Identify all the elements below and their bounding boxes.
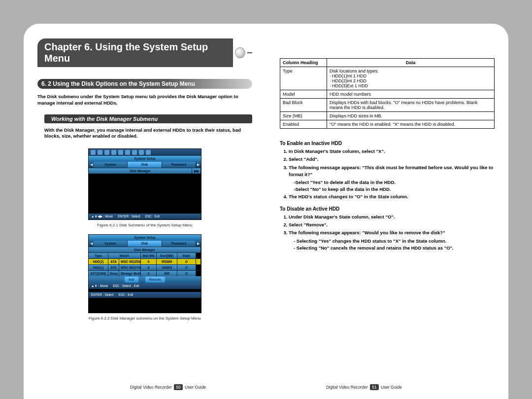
footer-right: Digital Video Recorder 51 User Guide [326,384,402,390]
list-item: The HDD's status changes to "O" in the S… [289,193,495,200]
tab-disk: Disk [128,162,162,168]
figure-6-2-1: System Setup ◀ System Disk Password ▶ Di… [37,148,252,227]
list-item: In Disk Manager's State column, select "… [289,148,495,155]
table-row: Size (MB) Displays HDD sizes in MB. [280,112,495,120]
list-item: Under Disk Manager's State column, selec… [289,214,495,220]
table-row: Enabled "O" means the HDD is enabled. "X… [280,120,495,129]
list-item: The following message appears: "Would yo… [289,229,495,236]
subsection-paragraph: With the Disk Manager, you manage intern… [44,127,252,140]
column-data-table: Column Heading Data Type Disk locations … [280,58,495,129]
footer-left: Digital Video Recorder 50 User Guide [130,384,206,390]
expand-icon: ▶▶ [192,168,201,174]
dvr-toolbar [89,149,201,156]
disk-manager-row: Disk Manager ▶▶ [89,168,201,174]
table-row: EXT(3200) Sony Storage Media 0 495 O [89,270,201,276]
table-row: Bad Block Displays HDDs with bad blocks.… [280,99,495,112]
page-number: 50 [174,384,182,390]
dvr-title: System Setup [89,235,201,241]
figure-6-2-2: System Setup ◀ System Disk Password ▶ Di… [37,234,252,321]
toolbar-icon [98,150,102,155]
toolbar-icon [111,150,116,155]
tab-system: System [94,241,128,247]
list-item: The following message appears: "This dis… [289,164,495,179]
chapter-header: Chapter 6. Using the System Setup Menu [37,38,252,67]
button-row: Add Remove [89,276,201,283]
page-spread: Chapter 6. Using the System Setup Menu 6… [24,24,508,399]
prev-icon: ◀ [89,162,94,168]
dvr-hints: ENTER : Select ESC : Exit [89,292,201,298]
left-page: Chapter 6. Using the System Setup Menu 6… [24,24,266,399]
add-button: Add [125,277,138,283]
next-icon: ▶ [196,241,201,247]
enable-heading: To Enable an Inactive HDD [280,141,495,146]
section-heading: 6. 2 Using the Disk Options on the Syste… [37,79,252,89]
table-header-row: Type Model Bad Blk Size(MB) State [89,253,201,258]
prev-icon: ◀ [89,241,94,247]
dvr-tabs: ◀ System Disk Password ▶ [89,162,201,168]
subtitle-row: Disk Manager [89,247,201,253]
table-row: HDD(1) ATA WDC WD2700J 0 190893 O [89,264,201,270]
sub-item: - Selecting "No" cancels the removal and… [294,245,495,252]
figure-caption-1: Figure 6.2.1 Disk Submenu of the System … [37,223,252,227]
enable-steps: In Disk Manager's State column, select "… [280,148,495,201]
list-item: Select "Add". [289,156,495,163]
right-page: Column Heading Data Type Disk locations … [266,24,508,399]
toolbar-icon [91,150,96,155]
toolbar-icon [139,150,144,155]
table-row: HDD(2) ATA WDC WD2500J 0 953869 O [89,258,201,264]
dvr-hints: ▲▼◀▶ : Move ENTER : Select ESC : Exit [89,214,201,219]
sub-item: -Select "No" to keep all the data in the… [294,186,495,193]
toolbar-icon [104,150,109,155]
dvr-hints: ▲▼ : Move ESC : Select , Exit [89,283,201,289]
toolbar-icon [125,150,130,155]
toolbar-icon [118,150,123,155]
disable-steps: Under Disk Manager's State column, selec… [280,214,495,252]
tab-system: System [94,162,128,168]
subsection-heading: Working with the Disk Manager Submenu [44,114,252,123]
dvr-screenshot-2: System Setup ◀ System Disk Password ▶ Di… [88,234,201,313]
dvr-tabs: ◀ System Disk Password ▶ [89,241,201,247]
toolbar-icon [132,150,137,155]
sub-item: -Select "Yes" to delete all the data in … [294,179,495,186]
dvr-screenshot-1: System Setup ◀ System Disk Password ▶ Di… [88,148,201,220]
intro-paragraph: The Disk submenu under the System Setup … [37,94,252,107]
table-row: Model HDD model numbers [280,90,495,99]
sub-item: - Selecting "Yes" changes the HDD status… [294,238,495,245]
th-data: Data [327,59,495,67]
toolbar-icon [146,150,151,155]
chapter-title: Chapter 6. Using the System Setup Menu [37,38,233,67]
next-icon: ▶ [196,162,201,168]
tab-password: Password [162,241,196,247]
tab-disk: Disk [128,241,162,247]
disable-heading: To Disable an Active HDD [280,206,495,212]
dvr-title: System Setup [89,156,201,162]
tab-password: Password [162,162,196,168]
figure-caption-2: Figure 6.2.2 Disk Manager submenu on the… [37,316,252,321]
list-item: Select "Remove". [289,221,495,228]
disc-icon [235,47,245,58]
table-row: Type Disk locations and types: · HDD(1)I… [280,67,495,90]
page-number: 51 [370,384,378,390]
remove-button: Remove [145,277,165,283]
th-column-heading: Column Heading [280,59,327,67]
